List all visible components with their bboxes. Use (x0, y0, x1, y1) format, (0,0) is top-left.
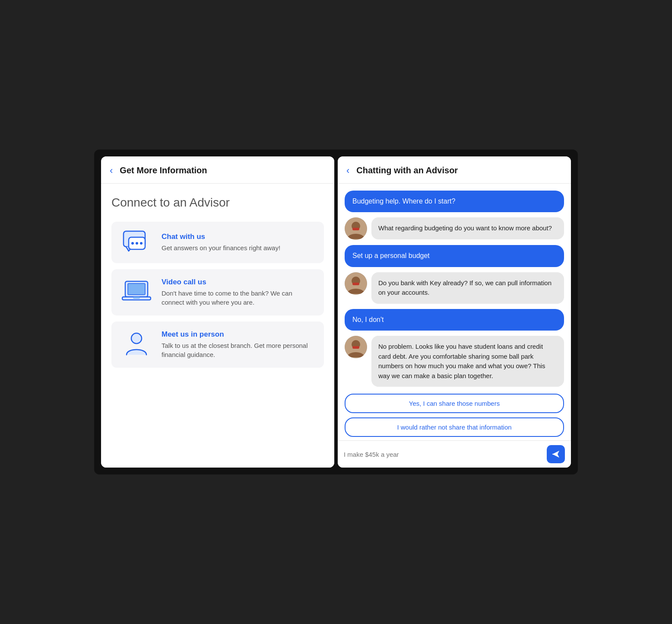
svg-rect-11 (133, 297, 140, 299)
svg-point-5 (131, 242, 134, 245)
person-icon (125, 331, 148, 357)
person-option-text: Meet us in person Talk to us at the clos… (162, 330, 316, 359)
choice-no-button[interactable]: I would rather not share that informatio… (345, 417, 564, 437)
svg-point-12 (131, 333, 142, 344)
person-option-desc: Talk to us at the closest branch. Get mo… (162, 341, 316, 359)
left-header: ‹ Get More Information (101, 156, 334, 184)
svg-point-7 (140, 242, 143, 245)
right-back-button[interactable]: ‹ (346, 165, 349, 176)
right-phone: ‹ Chatting with an Advisor Budgeting hel… (338, 156, 571, 468)
advisor-row-3: No problem. Looks like you have student … (345, 336, 564, 387)
chat-option-desc: Get answers on your finances right away! (162, 243, 316, 252)
advisor-row-1: What regarding budgeting do you want to … (345, 217, 564, 240)
advisor-message-1: What regarding budgeting do you want to … (371, 217, 564, 239)
advisor-message-3: No problem. Looks like you have student … (371, 336, 564, 387)
person-option-card[interactable]: Meet us in person Talk to us at the clos… (111, 322, 324, 368)
advisor-row-2: Do you bank with Key already? If so, we … (345, 272, 564, 304)
chat-option-card[interactable]: Chat with us Get answers on your finance… (111, 222, 324, 263)
user-message-1: Budgeting help. Where do I start? (345, 191, 564, 212)
choice-buttons: Yes, I can share those numbers I would r… (345, 394, 564, 437)
device-wrapper: ‹ Get More Information Connect to an Adv… (94, 150, 578, 474)
video-option-desc: Don't have time to come to the bank? We … (162, 289, 316, 307)
svg-rect-18 (352, 283, 359, 285)
send-button[interactable] (547, 445, 565, 463)
advisor-avatar-2 (345, 272, 367, 295)
person-option-title: Meet us in person (162, 330, 316, 339)
chat-area: Budgeting help. Where do I start? What r… (338, 184, 571, 440)
svg-rect-15 (352, 228, 359, 230)
chat-option-text: Chat with us Get answers on your finance… (162, 232, 316, 252)
advisor-message-2: Do you bank with Key already? If so, we … (371, 272, 564, 304)
video-icon-container (119, 280, 154, 304)
person-icon-container (119, 331, 154, 357)
choice-yes-button[interactable]: Yes, I can share those numbers (345, 394, 564, 413)
chat-input[interactable] (344, 451, 542, 458)
video-option-card[interactable]: Video call us Don't have time to come to… (111, 269, 324, 315)
chat-option-title: Chat with us (162, 232, 316, 241)
advisor-avatar-1 (345, 217, 367, 240)
left-back-button[interactable]: ‹ (110, 165, 113, 176)
right-header-title: Chatting with an Advisor (356, 166, 458, 175)
video-option-title: Video call us (162, 278, 316, 287)
svg-rect-21 (352, 346, 359, 349)
left-header-title: Get More Information (120, 166, 207, 175)
svg-point-6 (136, 242, 138, 245)
advisor-avatar-3 (345, 336, 367, 358)
laptop-icon (122, 280, 151, 304)
chat-icon (123, 230, 150, 255)
user-message-3: No, I don't (345, 309, 564, 331)
chat-icon-container (119, 230, 154, 255)
left-content: Connect to an Advisor (101, 184, 334, 468)
right-header: ‹ Chatting with an Advisor (338, 156, 571, 184)
left-phone: ‹ Get More Information Connect to an Adv… (101, 156, 334, 468)
chat-input-bar (338, 440, 571, 468)
user-message-2: Set up a personal budget (345, 245, 564, 267)
send-icon (552, 450, 560, 458)
video-option-text: Video call us Don't have time to come to… (162, 278, 316, 307)
page-title: Connect to an Advisor (111, 196, 324, 210)
svg-rect-9 (128, 283, 145, 295)
